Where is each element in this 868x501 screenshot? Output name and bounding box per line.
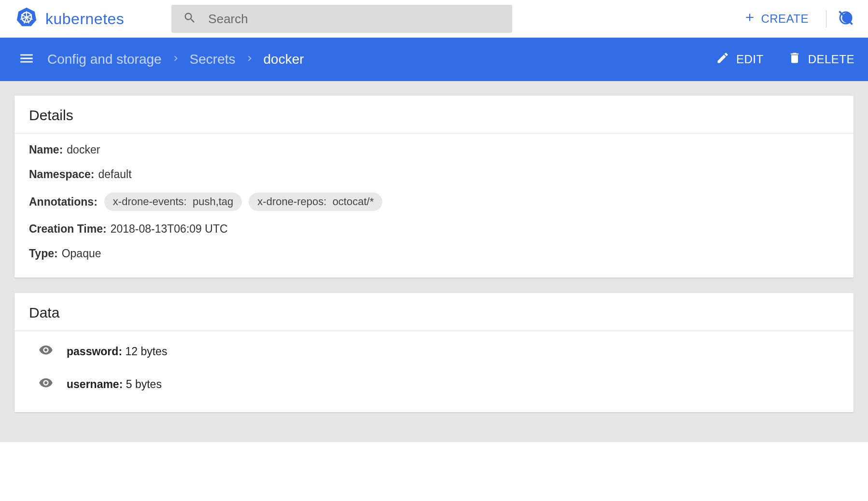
detail-row-type: Type Opaque: [29, 241, 839, 266]
top-app-bar: kubernetes CREATE: [0, 0, 868, 38]
app-logo[interactable]: kubernetes: [16, 7, 124, 31]
detail-row-namespace: Namespace default: [29, 162, 839, 187]
delete-button[interactable]: DELETE: [788, 51, 854, 68]
eye-icon: [39, 380, 53, 392]
theme-toggle-button[interactable]: [837, 9, 854, 28]
chevron-right-icon: [244, 52, 255, 67]
data-key: username: [67, 378, 123, 390]
trash-icon: [788, 51, 801, 68]
create-label: CREATE: [761, 12, 809, 26]
data-size: 12 bytes: [125, 345, 167, 358]
edit-button[interactable]: EDIT: [716, 51, 764, 68]
menu-button[interactable]: [14, 46, 39, 72]
annotation-chip[interactable]: x-drone-events push,tag: [104, 193, 242, 211]
dark-mode-off-icon: [837, 20, 854, 28]
annotation-value: push,tag: [193, 195, 233, 208]
search-box[interactable]: [171, 5, 512, 33]
breadcrumb-current: docker: [264, 52, 304, 67]
breadcrumb-item[interactable]: Secrets: [190, 52, 236, 67]
data-size: 5 bytes: [126, 378, 162, 390]
detail-label: Name: [29, 143, 63, 156]
breadcrumb: Config and storage Secrets docker: [47, 52, 304, 67]
detail-value: default: [98, 168, 132, 181]
reveal-button[interactable]: [39, 376, 53, 393]
plus-icon: [743, 11, 756, 27]
svg-point-9: [25, 16, 28, 18]
divider: [826, 10, 826, 28]
action-bar: Config and storage Secrets docker EDIT D…: [0, 38, 868, 81]
content-area: Details Name docker Namespace default An…: [0, 81, 868, 442]
create-button[interactable]: CREATE: [737, 7, 815, 30]
search-input[interactable]: [208, 12, 501, 27]
pencil-icon: [716, 51, 729, 68]
detail-label: Type: [29, 247, 58, 260]
detail-row-name: Name docker: [29, 138, 839, 162]
detail-value: docker: [67, 143, 100, 156]
data-title: Data: [14, 293, 854, 331]
annotation-chip[interactable]: x-drone-repos octocat/*: [249, 193, 382, 211]
detail-value: Opaque: [62, 247, 101, 260]
detail-row-creation-time: Creation Time 2018-08-13T06:09 UTC: [29, 217, 839, 241]
data-row: username 5 bytes: [29, 368, 839, 401]
data-card: Data password 12 bytes username 5 bytes: [14, 293, 854, 412]
detail-label: Creation Time: [29, 223, 107, 236]
kubernetes-icon: [16, 7, 37, 31]
eye-icon: [39, 347, 53, 360]
reveal-button[interactable]: [39, 343, 53, 360]
detail-label: Namespace: [29, 168, 95, 181]
detail-label: Annotations: [29, 195, 98, 209]
search-icon: [183, 11, 196, 27]
edit-label: EDIT: [736, 53, 764, 66]
delete-label: DELETE: [808, 53, 854, 66]
data-key: password: [67, 345, 122, 358]
app-name: kubernetes: [45, 10, 124, 28]
detail-row-annotations: Annotations x-drone-events push,tag x-dr…: [29, 187, 839, 217]
hamburger-icon: [18, 60, 35, 68]
details-title: Details: [14, 96, 854, 134]
annotation-value: octocat/*: [333, 195, 374, 208]
detail-value: 2018-08-13T06:09 UTC: [111, 223, 228, 236]
annotation-key: x-drone-events: [113, 195, 193, 208]
annotation-key: x-drone-repos: [257, 195, 332, 208]
breadcrumb-item[interactable]: Config and storage: [47, 52, 162, 67]
details-card: Details Name docker Namespace default An…: [14, 96, 854, 278]
data-row: password 12 bytes: [29, 335, 839, 368]
chevron-right-icon: [170, 52, 181, 67]
